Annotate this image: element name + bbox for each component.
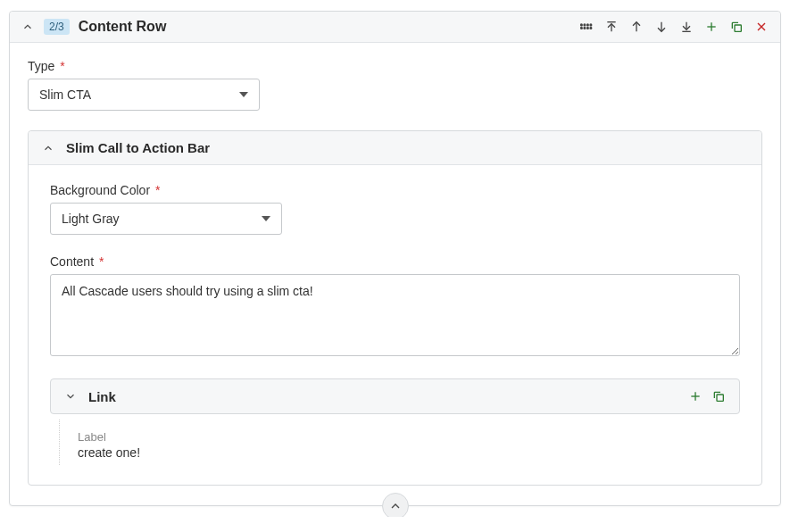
move-up-icon[interactable]	[628, 19, 644, 35]
slim-cta-title: Slim Call to Action Bar	[66, 140, 210, 155]
link-add-icon[interactable]	[687, 388, 703, 404]
link-body: Label create one!	[59, 420, 740, 465]
position-badge: 2/3	[44, 19, 70, 35]
link-copy-icon[interactable]	[711, 388, 727, 404]
add-icon[interactable]	[703, 19, 719, 35]
type-select-value: Slim CTA	[39, 87, 239, 102]
move-down-icon[interactable]	[653, 19, 669, 35]
panel-header-left: 2/3 Content Row	[21, 19, 166, 35]
type-label: Type *	[28, 59, 762, 73]
delete-icon[interactable]	[753, 19, 769, 35]
svg-point-6	[587, 28, 589, 29]
link-header-left: Link	[63, 389, 116, 404]
svg-marker-19	[239, 92, 248, 97]
required-marker: *	[60, 59, 64, 73]
svg-point-0	[581, 24, 583, 26]
drag-handle-icon[interactable]	[578, 19, 595, 35]
content-row-panel: 2/3 Content Row	[9, 11, 781, 506]
svg-rect-16	[735, 25, 741, 31]
collapse-toggle-icon[interactable]	[21, 20, 35, 34]
content-field: Content *	[50, 254, 740, 359]
svg-point-5	[584, 28, 586, 29]
move-to-bottom-icon[interactable]	[678, 19, 694, 35]
svg-point-7	[590, 28, 592, 29]
chevron-down-icon	[239, 87, 248, 102]
slim-cta-collapse-icon[interactable]	[41, 141, 55, 155]
panel-title: Content Row	[79, 19, 167, 35]
content-label-text: Content	[50, 254, 94, 269]
copy-icon[interactable]	[728, 19, 744, 35]
slim-cta-header-left: Slim Call to Action Bar	[41, 140, 210, 155]
link-header: Link	[50, 378, 740, 414]
panel-header: 2/3 Content Row	[10, 12, 780, 43]
bottom-collapse-button[interactable]	[382, 493, 409, 517]
svg-marker-20	[262, 216, 270, 221]
bgcolor-label-text: Background Color	[50, 183, 150, 197]
content-label: Content *	[50, 254, 740, 269]
required-marker: *	[155, 183, 160, 197]
link-title: Link	[88, 389, 116, 404]
svg-point-2	[587, 24, 589, 26]
type-field: Type * Slim CTA	[28, 59, 762, 111]
panel-header-actions	[578, 19, 769, 35]
svg-point-1	[584, 24, 586, 26]
link-collapse-icon[interactable]	[63, 389, 78, 403]
slim-cta-body: Background Color * Light Gray Content *	[29, 165, 761, 485]
svg-point-3	[590, 24, 592, 26]
bgcolor-label: Background Color *	[50, 183, 740, 197]
bgcolor-select[interactable]: Light Gray	[50, 203, 282, 235]
slim-cta-header: Slim Call to Action Bar	[29, 131, 761, 165]
bgcolor-field: Background Color * Light Gray	[50, 183, 740, 235]
panel-body: Type * Slim CTA Slim Call to Action Bar	[10, 43, 780, 505]
link-section: Link Label create one	[50, 378, 740, 465]
bgcolor-select-value: Light Gray	[62, 212, 262, 226]
chevron-down-icon	[262, 212, 270, 226]
link-label-value: create one!	[78, 445, 722, 460]
slim-cta-panel: Slim Call to Action Bar Background Color…	[28, 130, 762, 486]
svg-rect-23	[717, 395, 723, 401]
required-marker: *	[99, 254, 104, 269]
move-to-top-icon[interactable]	[603, 19, 620, 35]
type-label-text: Type	[28, 59, 54, 73]
svg-point-4	[581, 28, 583, 29]
link-label-tag: Label	[78, 430, 722, 444]
type-select[interactable]: Slim CTA	[28, 79, 260, 111]
content-textarea[interactable]	[50, 274, 740, 356]
link-header-actions	[687, 388, 727, 404]
